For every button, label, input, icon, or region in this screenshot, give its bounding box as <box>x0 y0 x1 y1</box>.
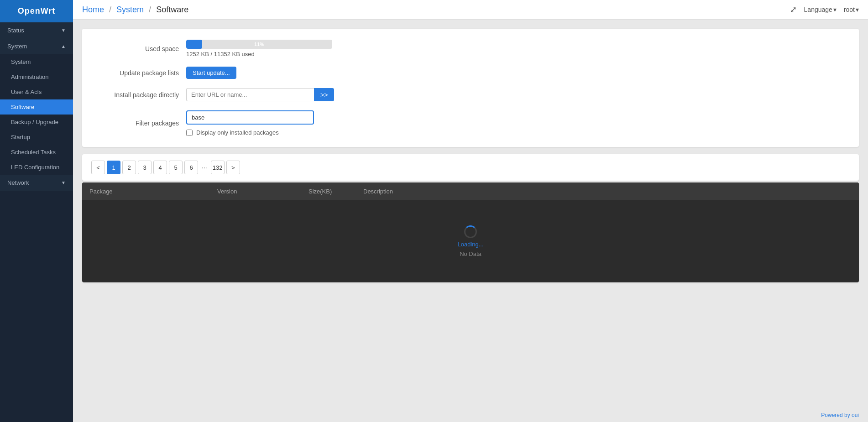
progress-bar-outer: 11% <box>186 40 332 49</box>
pagination-page-3[interactable]: 3 <box>138 161 152 174</box>
header-right: ⤢ Language ▾ root ▾ <box>790 5 859 15</box>
pagination-card: < 1 2 3 4 5 6 ··· 132 > <box>82 154 859 181</box>
sidebar-item-backup-upgrade[interactable]: Backup / Upgrade <box>0 115 73 130</box>
user-label: root <box>844 6 855 13</box>
sidebar-logo: OpenWrt <box>0 0 73 22</box>
table-body: Loading... No Data <box>82 200 859 282</box>
sidebar-group-network: Network ▼ <box>0 175 73 191</box>
pagination-page-last[interactable]: 132 <box>211 161 225 174</box>
progress-bar-inner <box>186 40 202 49</box>
breadcrumb-sep-1: / <box>109 5 111 14</box>
install-package-input[interactable] <box>186 88 314 101</box>
sidebar-item-system[interactable]: System <box>0 54 73 69</box>
progress-badge: 11% <box>254 42 264 47</box>
loading-wrap: Loading... No Data <box>457 225 483 257</box>
sidebar-item-administration[interactable]: Administration <box>0 69 73 84</box>
progress-text: 1252 KB / 11352 KB used <box>186 51 332 57</box>
footer: Powered by oui <box>73 408 868 422</box>
pagination-page-4[interactable]: 4 <box>153 161 167 174</box>
pagination-next-button[interactable]: > <box>226 161 240 174</box>
install-package-input-wrap: >> <box>186 88 334 101</box>
sidebar-group-system-header[interactable]: System ▲ <box>0 38 73 54</box>
sidebar-group-status-header[interactable]: Status ▼ <box>0 22 73 38</box>
used-space-label: Used space <box>95 45 186 52</box>
filter-packages-row: Filter packages Display only installed p… <box>95 110 846 136</box>
install-package-label: Install package directly <box>95 91 186 99</box>
filter-packages-label: Filter packages <box>95 120 186 127</box>
display-installed-checkbox[interactable] <box>186 130 193 136</box>
main-content: Used space 11% 1252 KB / 11352 KB used U… <box>73 20 868 408</box>
progress-wrap: 11% 1252 KB / 11352 KB used <box>186 40 332 57</box>
display-installed-label: Display only installed packages <box>196 129 279 136</box>
chevron-down-icon: ▼ <box>61 28 66 33</box>
breadcrumb-sep-2: / <box>149 5 151 14</box>
fullscreen-button[interactable]: ⤢ <box>790 5 797 15</box>
pagination-page-5[interactable]: 5 <box>169 161 183 174</box>
no-data-text: No Data <box>460 250 481 257</box>
pagination-page-6[interactable]: 6 <box>184 161 198 174</box>
pagination-ellipsis: ··· <box>200 164 209 171</box>
packages-table: Package Version Size(KB) Description Loa… <box>82 182 859 282</box>
sidebar-group-system-label: System <box>7 43 27 50</box>
sidebar-group-status-label: Status <box>7 27 24 34</box>
breadcrumb-home[interactable]: Home <box>82 5 104 14</box>
pagination-prev-button[interactable]: < <box>91 161 105 174</box>
top-header: Home / System / Software ⤢ Language ▾ ro… <box>73 0 868 20</box>
sidebar-group-network-label: Network <box>7 179 29 186</box>
table-header: Package Version Size(KB) Description <box>82 182 859 200</box>
language-button[interactable]: Language ▾ <box>804 6 837 13</box>
pagination: < 1 2 3 4 5 6 ··· 132 > <box>91 161 850 174</box>
chevron-down-icon-network: ▼ <box>61 180 66 185</box>
table-col-description: Description <box>363 188 797 195</box>
table-col-size: Size(KB) <box>309 188 363 195</box>
language-label: Language <box>804 6 832 13</box>
breadcrumb: Home / System / Software <box>82 5 188 15</box>
sidebar: OpenWrt Status ▼ System ▲ System Adminis… <box>0 0 73 422</box>
sidebar-item-user-acls[interactable]: User & Acls <box>0 84 73 99</box>
sidebar-item-software[interactable]: Software <box>0 99 73 115</box>
breadcrumb-system[interactable]: System <box>116 5 144 14</box>
loading-spinner <box>464 225 477 238</box>
sidebar-item-scheduled-tasks[interactable]: Scheduled Tasks <box>0 145 73 160</box>
user-menu-button[interactable]: root ▾ <box>844 6 859 13</box>
breadcrumb-current: Software <box>156 5 188 14</box>
sidebar-group-network-header[interactable]: Network ▼ <box>0 175 73 191</box>
user-chevron-icon: ▾ <box>856 6 859 13</box>
sidebar-item-startup[interactable]: Startup <box>0 130 73 145</box>
install-package-row: Install package directly >> <box>95 88 846 101</box>
sidebar-item-led-configuration[interactable]: LED Configuration <box>0 160 73 175</box>
start-update-button[interactable]: Start update... <box>186 67 236 79</box>
used-space-row: Used space 11% 1252 KB / 11352 KB used <box>95 40 846 57</box>
update-packages-row: Update package lists Start update... <box>95 67 846 79</box>
table-col-actions <box>797 188 852 195</box>
software-info-card: Used space 11% 1252 KB / 11352 KB used U… <box>82 29 859 147</box>
filter-packages-input[interactable] <box>186 110 314 125</box>
footer-text: Powered by oui <box>821 412 859 418</box>
table-col-version: Version <box>217 188 309 195</box>
install-package-button[interactable]: >> <box>314 88 334 101</box>
sidebar-group-status: Status ▼ <box>0 22 73 38</box>
pagination-page-2[interactable]: 2 <box>122 161 136 174</box>
sidebar-group-system: System ▲ System Administration User & Ac… <box>0 38 73 175</box>
pagination-page-1[interactable]: 1 <box>107 161 120 174</box>
loading-text: Loading... <box>457 241 483 248</box>
update-packages-label: Update package lists <box>95 69 186 77</box>
display-installed-row: Display only installed packages <box>186 129 314 136</box>
table-col-package: Package <box>89 188 217 195</box>
language-chevron-icon: ▾ <box>833 6 837 13</box>
chevron-up-icon: ▲ <box>61 44 66 49</box>
